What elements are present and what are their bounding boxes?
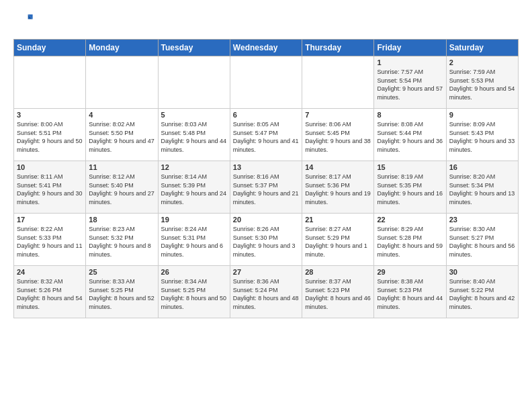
day-cell: 21Sunrise: 8:27 AM Sunset: 5:29 PM Dayli… [302,214,374,266]
day-cell: 3Sunrise: 8:00 AM Sunset: 5:51 PM Daylig… [14,109,86,161]
day-number: 5 [161,111,227,119]
col-header-sunday: Sunday [14,40,86,56]
logo [13,11,34,32]
day-info: Sunrise: 8:29 AM Sunset: 5:28 PM Dayligh… [377,225,443,259]
day-number: 4 [89,111,154,119]
day-number: 2 [449,58,515,66]
day-info: Sunrise: 8:08 AM Sunset: 5:44 PM Dayligh… [377,120,443,154]
header-row: SundayMondayTuesdayWednesdayThursdayFrid… [14,40,519,56]
day-cell: 10Sunrise: 8:11 AM Sunset: 5:41 PM Dayli… [14,161,86,214]
day-cell: 25Sunrise: 8:33 AM Sunset: 5:25 PM Dayli… [86,266,158,318]
day-cell [230,56,302,109]
day-info: Sunrise: 8:24 AM Sunset: 5:31 PM Dayligh… [161,225,227,259]
day-number: 7 [305,111,371,119]
day-cell: 1Sunrise: 7:57 AM Sunset: 5:54 PM Daylig… [374,56,446,109]
col-header-monday: Monday [86,40,158,56]
day-info: Sunrise: 8:02 AM Sunset: 5:50 PM Dayligh… [89,120,154,154]
col-header-wednesday: Wednesday [230,40,302,56]
day-cell: 7Sunrise: 8:06 AM Sunset: 5:45 PM Daylig… [302,109,374,161]
col-header-thursday: Thursday [302,40,374,56]
day-info: Sunrise: 7:57 AM Sunset: 5:54 PM Dayligh… [377,68,443,101]
logo-icon [15,11,34,30]
day-cell: 27Sunrise: 8:36 AM Sunset: 5:24 PM Dayli… [230,266,302,318]
day-number: 18 [89,216,154,224]
day-number: 11 [89,163,154,171]
day-info: Sunrise: 8:16 AM Sunset: 5:37 PM Dayligh… [233,173,299,206]
day-info: Sunrise: 7:59 AM Sunset: 5:53 PM Dayligh… [449,68,515,101]
day-cell: 22Sunrise: 8:29 AM Sunset: 5:28 PM Dayli… [374,214,446,266]
day-number: 26 [161,268,227,276]
day-number: 10 [17,163,83,171]
day-info: Sunrise: 8:17 AM Sunset: 5:36 PM Dayligh… [305,173,371,206]
day-number: 13 [233,163,299,171]
day-cell [86,56,158,109]
day-info: Sunrise: 8:34 AM Sunset: 5:25 PM Dayligh… [161,277,227,311]
day-number: 17 [17,216,83,224]
day-cell: 13Sunrise: 8:16 AM Sunset: 5:37 PM Dayli… [230,161,302,214]
day-cell: 26Sunrise: 8:34 AM Sunset: 5:25 PM Dayli… [158,266,230,318]
day-info: Sunrise: 8:26 AM Sunset: 5:30 PM Dayligh… [233,225,299,259]
week-row-3: 10Sunrise: 8:11 AM Sunset: 5:41 PM Dayli… [14,161,519,214]
week-row-1: 1Sunrise: 7:57 AM Sunset: 5:54 PM Daylig… [14,56,519,109]
day-info: Sunrise: 8:30 AM Sunset: 5:27 PM Dayligh… [449,225,515,259]
day-info: Sunrise: 8:20 AM Sunset: 5:34 PM Dayligh… [449,173,515,206]
day-info: Sunrise: 8:05 AM Sunset: 5:47 PM Dayligh… [233,120,299,154]
day-number: 8 [377,111,443,119]
day-info: Sunrise: 8:33 AM Sunset: 5:25 PM Dayligh… [89,277,154,311]
day-number: 9 [449,111,515,119]
day-info: Sunrise: 8:27 AM Sunset: 5:29 PM Dayligh… [305,225,371,259]
day-cell: 9Sunrise: 8:09 AM Sunset: 5:43 PM Daylig… [446,109,518,161]
day-cell: 2Sunrise: 7:59 AM Sunset: 5:53 PM Daylig… [446,56,518,109]
day-cell: 5Sunrise: 8:03 AM Sunset: 5:48 PM Daylig… [158,109,230,161]
day-number: 21 [305,216,371,224]
day-number: 27 [233,268,299,276]
day-info: Sunrise: 8:06 AM Sunset: 5:45 PM Dayligh… [305,120,371,154]
day-number: 22 [377,216,443,224]
week-row-4: 17Sunrise: 8:22 AM Sunset: 5:33 PM Dayli… [14,214,519,266]
day-cell: 19Sunrise: 8:24 AM Sunset: 5:31 PM Dayli… [158,214,230,266]
day-cell: 15Sunrise: 8:19 AM Sunset: 5:35 PM Dayli… [374,161,446,214]
day-number: 3 [17,111,83,119]
day-cell [158,56,230,109]
day-number: 30 [449,268,515,276]
day-info: Sunrise: 8:32 AM Sunset: 5:26 PM Dayligh… [17,277,83,311]
day-info: Sunrise: 8:03 AM Sunset: 5:48 PM Dayligh… [161,120,227,154]
day-cell: 28Sunrise: 8:37 AM Sunset: 5:23 PM Dayli… [302,266,374,318]
col-header-tuesday: Tuesday [158,40,230,56]
day-number: 28 [305,268,371,276]
day-cell: 6Sunrise: 8:05 AM Sunset: 5:47 PM Daylig… [230,109,302,161]
day-cell: 16Sunrise: 8:20 AM Sunset: 5:34 PM Dayli… [446,161,518,214]
week-row-2: 3Sunrise: 8:00 AM Sunset: 5:51 PM Daylig… [14,109,519,161]
header [13,11,519,32]
day-cell: 14Sunrise: 8:17 AM Sunset: 5:36 PM Dayli… [302,161,374,214]
day-cell: 11Sunrise: 8:12 AM Sunset: 5:40 PM Dayli… [86,161,158,214]
col-header-saturday: Saturday [446,40,518,56]
day-info: Sunrise: 8:12 AM Sunset: 5:40 PM Dayligh… [89,173,154,206]
day-info: Sunrise: 8:40 AM Sunset: 5:22 PM Dayligh… [449,277,515,311]
day-info: Sunrise: 8:37 AM Sunset: 5:23 PM Dayligh… [305,277,371,311]
day-number: 29 [377,268,443,276]
day-number: 12 [161,163,227,171]
day-cell: 30Sunrise: 8:40 AM Sunset: 5:22 PM Dayli… [446,266,518,318]
day-number: 15 [377,163,443,171]
day-cell: 4Sunrise: 8:02 AM Sunset: 5:50 PM Daylig… [86,109,158,161]
day-cell: 29Sunrise: 8:38 AM Sunset: 5:23 PM Dayli… [374,266,446,318]
day-number: 16 [449,163,515,171]
day-number: 25 [89,268,154,276]
day-number: 6 [233,111,299,119]
page: SundayMondayTuesdayWednesdayThursdayFrid… [0,0,532,325]
day-cell: 17Sunrise: 8:22 AM Sunset: 5:33 PM Dayli… [14,214,86,266]
day-number: 1 [377,58,443,66]
day-info: Sunrise: 8:22 AM Sunset: 5:33 PM Dayligh… [17,225,83,259]
day-number: 19 [161,216,227,224]
day-cell: 24Sunrise: 8:32 AM Sunset: 5:26 PM Dayli… [14,266,86,318]
day-info: Sunrise: 8:38 AM Sunset: 5:23 PM Dayligh… [377,277,443,311]
col-header-friday: Friday [374,40,446,56]
day-info: Sunrise: 8:36 AM Sunset: 5:24 PM Dayligh… [233,277,299,311]
day-info: Sunrise: 8:09 AM Sunset: 5:43 PM Dayligh… [449,120,515,154]
calendar-table: SundayMondayTuesdayWednesdayThursdayFrid… [13,39,519,318]
day-info: Sunrise: 8:23 AM Sunset: 5:32 PM Dayligh… [89,225,154,259]
day-cell [302,56,374,109]
day-cell [14,56,86,109]
day-info: Sunrise: 8:11 AM Sunset: 5:41 PM Dayligh… [17,173,83,206]
